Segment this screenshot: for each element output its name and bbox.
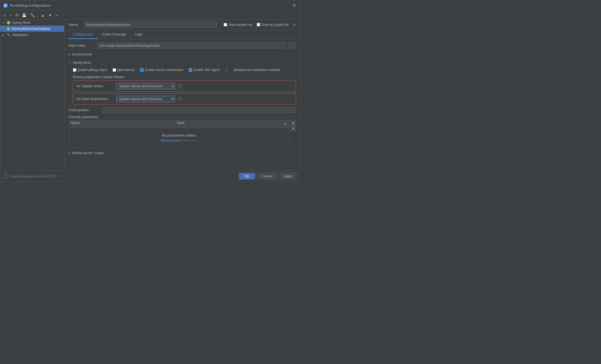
tab-code-coverage[interactable]: Code Coverage xyxy=(98,30,131,39)
move-up-button[interactable]: ▲ xyxy=(39,12,46,18)
header-checkboxes: Allow parallel run Store as project file… xyxy=(224,23,296,27)
apply-button[interactable]: Apply xyxy=(279,173,297,179)
on-frame-label: On frame deactivation: xyxy=(76,97,114,101)
allow-parallel-run-label: Allow parallel run xyxy=(228,23,252,27)
save-button[interactable]: 💾 xyxy=(21,12,28,18)
active-profiles-row: Active profiles: xyxy=(69,107,296,113)
enable-jmx-agent-checkbox[interactable] xyxy=(189,68,192,72)
value-column-header: Value xyxy=(177,121,282,127)
override-parameters-section: Override parameters: Name Value + No par… xyxy=(69,115,296,148)
enable-launch-optimization-label: Enable launch optimization xyxy=(145,68,183,72)
app-icon: ▶ xyxy=(3,3,8,8)
add-param-link[interactable]: Add parameter xyxy=(160,139,181,142)
expand-templates-icon: ▶ xyxy=(2,34,5,36)
gear-icon[interactable]: ⚙ xyxy=(293,23,296,27)
on-frame-select[interactable]: Update classes and resources Update clas… xyxy=(116,96,175,102)
enable-launch-optimization-item[interactable]: Enable launch optimization xyxy=(140,68,183,72)
copy-button[interactable]: ⧉ xyxy=(14,12,19,18)
sidebar-item-spring-boot[interactable]: ▼ ⚡ Spring Boot xyxy=(0,19,64,26)
warning-icon: ⚠ xyxy=(225,68,228,72)
active-profiles-input[interactable] xyxy=(103,107,296,113)
on-update-policy-box: On 'Update' action: Update classes and r… xyxy=(73,81,296,92)
move-row-down-button[interactable]: ▼ xyxy=(291,126,296,131)
main-class-label: Main class: xyxy=(69,43,95,47)
on-frame-help-icon[interactable]: ? xyxy=(178,97,182,101)
name-input[interactable] xyxy=(84,22,217,28)
toolbar: + − ⧉ 💾 🔧 ▲ ▼ » xyxy=(0,11,300,19)
environment-section-title: Environment xyxy=(72,52,92,56)
on-update-label: On 'Update' action: xyxy=(76,84,114,88)
background-compilation-label: Background compilation enabled xyxy=(234,68,280,72)
main-class-row: Main class: ... xyxy=(69,42,296,49)
no-params-label: No parameters added. xyxy=(162,133,196,137)
override-table-body-empty: No parameters added. Add parameter (Alt+… xyxy=(69,128,289,148)
override-table: Name Value + No parameters added. Add pa… xyxy=(69,120,290,148)
close-button[interactable]: ✕ xyxy=(291,2,297,9)
ok-button[interactable]: OK xyxy=(239,173,255,179)
move-down-button[interactable]: ▼ xyxy=(47,12,53,18)
enable-debug-output-checkbox[interactable] xyxy=(73,68,76,72)
policies-title: Running Application Update Policies xyxy=(73,75,296,79)
on-update-help-icon[interactable]: ? xyxy=(178,84,182,88)
active-profiles-label: Active profiles: xyxy=(69,108,101,112)
tab-configuration[interactable]: Configuration xyxy=(69,30,98,39)
enable-launch-optimization-checkbox[interactable] xyxy=(140,68,144,72)
policies-section: Running Application Update Policies On '… xyxy=(73,75,296,105)
sidebar-item-app[interactable]: ServiceBasicDataApplica xyxy=(0,26,64,32)
wrench-button[interactable]: 🔧 xyxy=(29,12,36,18)
main-class-input[interactable] xyxy=(97,42,286,49)
table-side-controls: ▲ ▼ xyxy=(291,120,296,148)
spring-boot-checkboxes-row: Enable debug output Hide banner Enable l… xyxy=(69,66,296,74)
main-class-dots-button[interactable]: ... xyxy=(288,43,296,48)
sidebar-templates-label: Templates xyxy=(12,33,28,37)
sidebar-app-label: ServiceBasicDataApplica xyxy=(11,27,50,31)
environment-section-header[interactable]: ▶ Environment xyxy=(69,51,296,58)
bottom-right: OK Cancel Apply xyxy=(239,173,297,179)
spring-boot-section: ▼ Spring Boot Enable debug output Hide b… xyxy=(69,59,296,105)
tab-logs[interactable]: Logs xyxy=(131,30,147,39)
spring-boot-section-header[interactable]: ▼ Spring Boot xyxy=(69,59,296,66)
remove-button[interactable]: − xyxy=(8,12,13,18)
run-debug-configurations-dialog: ▶ Run/Debug Configurations ✕ + − ⧉ 💾 🔧 ▲… xyxy=(0,0,300,182)
before-launch-label: Before launch: 2 tasks xyxy=(72,151,104,155)
before-launch-arrow-icon: ▶ xyxy=(69,152,71,155)
allow-parallel-run-item[interactable]: Allow parallel run xyxy=(224,23,252,27)
title-bar: ▶ Run/Debug Configurations ✕ xyxy=(0,0,300,11)
expand-icon: ▼ xyxy=(2,21,5,24)
help-button[interactable]: ? xyxy=(3,174,9,179)
move-row-up-button[interactable]: ▲ xyxy=(291,120,296,125)
add-button[interactable]: + xyxy=(2,12,7,18)
name-row: Name: Allow parallel run Store as projec… xyxy=(64,19,300,30)
enable-jmx-agent-item[interactable]: Enable JMX agent xyxy=(189,68,220,72)
before-launch-row[interactable]: ▶ Before launch: 2 tasks xyxy=(69,151,296,155)
store-as-project-file-checkbox[interactable] xyxy=(257,23,260,26)
sidebar-item-templates[interactable]: ▶ 🔧 Templates xyxy=(0,32,64,38)
toolbar-separator xyxy=(38,13,38,17)
override-table-header: Name Value + xyxy=(69,120,289,128)
more-button[interactable]: » xyxy=(54,12,59,18)
enable-debug-output-item[interactable]: Enable debug output xyxy=(73,68,107,72)
allow-parallel-run-checkbox[interactable] xyxy=(224,23,227,26)
bottom-bar: ? https://blog.csdn.net/H1441075178 OK C… xyxy=(0,170,300,182)
tabs-bar: Configuration Code Coverage Logs xyxy=(64,30,300,39)
hide-banner-item[interactable]: Hide banner xyxy=(113,68,135,72)
add-param-row: Add parameter (Alt+Insert) xyxy=(160,138,198,142)
cancel-button[interactable]: Cancel xyxy=(257,173,277,179)
on-update-select[interactable]: Update classes and resources Update clas… xyxy=(116,83,175,89)
main-content: ▼ ⚡ Spring Boot ServiceBasicDataApplica … xyxy=(0,19,300,170)
add-row-button[interactable]: + xyxy=(283,121,287,127)
name-label: Name: xyxy=(69,23,82,27)
right-panel: Name: Allow parallel run Store as projec… xyxy=(64,19,300,170)
store-as-project-file-label: Store as project file xyxy=(261,23,289,27)
hide-banner-checkbox[interactable] xyxy=(113,68,116,72)
enable-debug-output-label: Enable debug output xyxy=(78,68,107,72)
spring-boot-icon: ⚡ xyxy=(7,21,10,25)
store-as-project-file-item[interactable]: Store as project file xyxy=(257,23,289,27)
name-column-header: Name xyxy=(71,121,177,127)
override-params-label: Override parameters: xyxy=(69,115,296,119)
spring-boot-section-title: Spring Boot xyxy=(73,61,91,65)
url-label: https://blog.csdn.net/H1441075178 xyxy=(11,175,57,178)
sidebar: ▼ ⚡ Spring Boot ServiceBasicDataApplica … xyxy=(0,19,64,170)
templates-icon: 🔧 xyxy=(7,33,10,37)
hide-banner-label: Hide banner xyxy=(117,68,135,72)
